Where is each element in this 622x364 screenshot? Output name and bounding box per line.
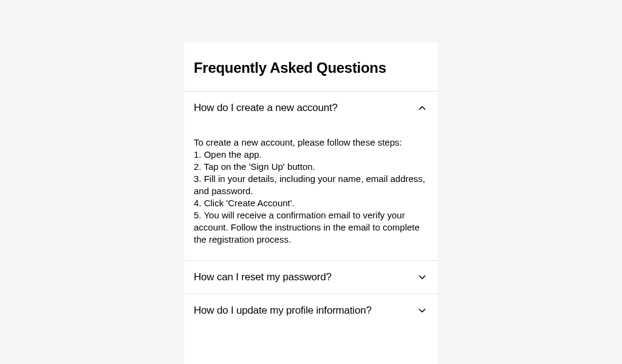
faq-item: How do I create a new account? To create… [184, 91, 438, 260]
faq-item: How do I update my profile information? [184, 294, 438, 327]
faq-question: How do I create a new account? [194, 102, 338, 114]
faq-title: Frequently Asked Questions [184, 42, 438, 91]
faq-item: How can I reset my password? [184, 260, 438, 294]
faq-item-header-0[interactable]: How do I create a new account? [184, 92, 438, 124]
chevron-down-icon [416, 305, 428, 317]
chevron-up-icon [416, 102, 428, 114]
faq-item-header-2[interactable]: How do I update my profile information? [184, 294, 438, 327]
faq-question: How do I update my profile information? [194, 305, 372, 317]
faq-question: How can I reset my password? [194, 271, 332, 283]
chevron-down-icon [416, 271, 428, 283]
faq-card: Frequently Asked Questions How do I crea… [184, 42, 438, 364]
faq-answer: To create a new account, please follow t… [184, 124, 438, 260]
faq-item-header-1[interactable]: How can I reset my password? [184, 261, 438, 294]
